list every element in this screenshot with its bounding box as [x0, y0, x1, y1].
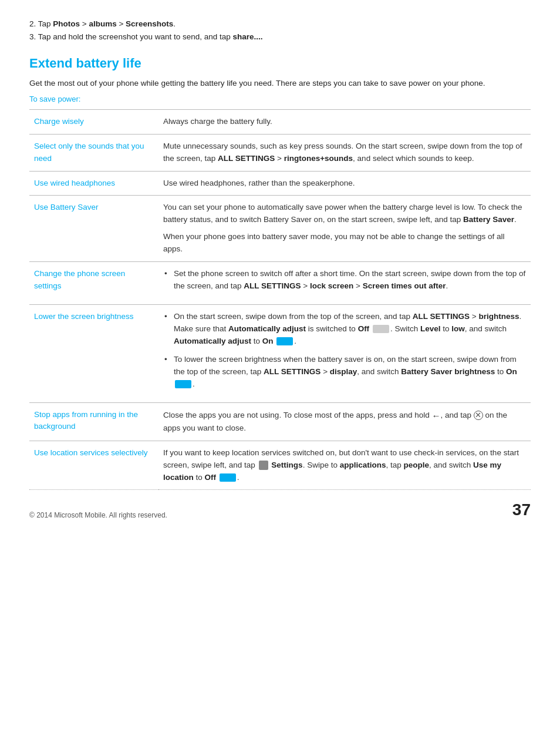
table-row: Stop apps from running in the background… — [29, 402, 531, 441]
arrow-left-icon: ← — [432, 409, 441, 422]
row-label: Change the phone screen settings — [29, 262, 158, 305]
table-row: Charge wisely Always charge the battery … — [29, 109, 531, 134]
toggle-on-icon — [175, 380, 191, 388]
row-content: Close the apps you are not using. To clo… — [158, 402, 531, 441]
row-label: Use wired headphones — [29, 171, 158, 196]
step2-num: 2. — [29, 19, 36, 28]
row-label: Use Battery Saver — [29, 196, 158, 262]
row-label: Stop apps from running in the background — [29, 402, 158, 441]
row-content: On the start screen, swipe down from the… — [158, 305, 531, 403]
close-circle-icon: ✕ — [474, 411, 483, 420]
row-content: Use wired headphones, rather than the sp… — [158, 171, 531, 196]
step3: 3. Tap and hold the screenshot you want … — [29, 31, 531, 43]
row-content: Set the phone screen to switch off after… — [158, 262, 531, 305]
row-content: If you want to keep location services sw… — [158, 441, 531, 490]
row-label: Use location services selectively — [29, 441, 158, 490]
intro-steps: 2. Tap Photos > albums > Screenshots. 3.… — [29, 18, 531, 43]
section-title: Extend battery life — [29, 56, 531, 71]
table-row: Use Battery Saver You can set your phone… — [29, 196, 531, 262]
row-content: You can set your phone to automatically … — [158, 196, 531, 262]
table-row: Change the phone screen settings Set the… — [29, 262, 531, 305]
table-row: Select only the sounds that you need Mut… — [29, 134, 531, 171]
row-label: Select only the sounds that you need — [29, 134, 158, 171]
toggle-off2-icon — [220, 473, 236, 482]
step2-text: Tap Photos > albums > Screenshots. — [38, 19, 176, 28]
battery-tips-table: Charge wisely Always charge the battery … — [29, 109, 531, 491]
table-row: Lower the screen brightness On the start… — [29, 305, 531, 403]
table-row: Use location services selectively If you… — [29, 441, 531, 490]
step3-text: Tap and hold the screenshot you want to … — [38, 32, 263, 41]
footer: © 2014 Microsoft Mobile. All rights rese… — [29, 500, 531, 519]
subsection-label: To save power: — [29, 95, 531, 103]
settings-gear-icon — [259, 461, 268, 470]
section-desc: Get the most out of your phone while get… — [29, 77, 531, 90]
table-row: Use wired headphones Use wired headphone… — [29, 171, 531, 196]
toggle-off-icon — [373, 325, 389, 333]
toggle-on-icon — [276, 337, 293, 345]
step2: 2. Tap Photos > albums > Screenshots. — [29, 18, 531, 31]
page-content: 2. Tap Photos > albums > Screenshots. 3.… — [29, 18, 531, 519]
row-content: Mute unnecessary sounds, such as key pre… — [158, 134, 531, 171]
step3-num: 3. — [29, 32, 36, 41]
row-label: Charge wisely — [29, 109, 158, 134]
footer-copyright: © 2014 Microsoft Mobile. All rights rese… — [29, 511, 167, 519]
row-content: Always charge the battery fully. — [158, 109, 531, 134]
footer-page-number: 37 — [512, 500, 531, 519]
row-label: Lower the screen brightness — [29, 305, 158, 403]
